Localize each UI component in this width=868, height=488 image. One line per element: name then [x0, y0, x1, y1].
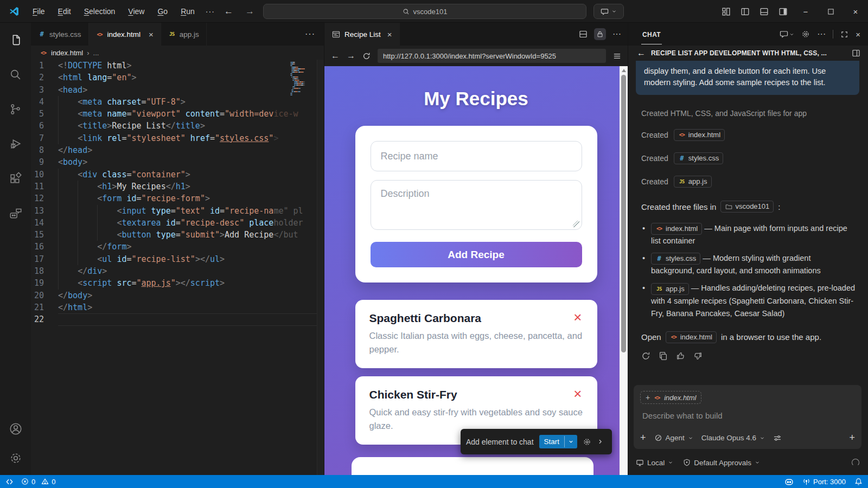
tools-sliders-icon[interactable] [773, 434, 782, 442]
code-editor[interactable]: 1<!DOCTYPE html>2<html lang="en">3<head>… [31, 60, 324, 326]
lock-icon[interactable] [594, 28, 606, 40]
model-picker[interactable]: Claude Opus 4.6 [701, 434, 765, 442]
url-input[interactable] [378, 49, 606, 63]
breadcrumb-more[interactable]: ... [93, 49, 99, 57]
browser-scrollbar[interactable] [620, 66, 628, 475]
split-editor-icon[interactable] [579, 30, 588, 38]
hamburger-menu-icon[interactable] [613, 52, 621, 60]
editor-tabs-more[interactable]: ··· [296, 29, 324, 39]
file-chip-index.html[interactable]: index.html [674, 129, 725, 141]
recipe-name-input[interactable] [371, 141, 582, 171]
maximize-button[interactable] [818, 0, 843, 23]
chat-input-placeholder[interactable]: Describe what to build [642, 411, 855, 420]
send-plus-icon[interactable]: + [849, 432, 855, 444]
chat-tab[interactable]: CHAT [641, 24, 662, 44]
extensions-icon[interactable] [3, 166, 28, 191]
toggle-secondary-sidebar-icon[interactable] [778, 7, 788, 16]
file-chip-app.js[interactable]: app.js [674, 176, 712, 188]
settings-gear-icon[interactable] [3, 446, 28, 471]
attach-plus-icon[interactable]: + [640, 432, 646, 444]
file-chip-styles.css[interactable]: styles.css [651, 253, 700, 265]
editor-tab-styles.css[interactable]: styles.css [31, 23, 89, 46]
mode-picker[interactable]: Agent [654, 434, 693, 442]
notifications-bell-icon[interactable] [854, 478, 863, 486]
copilot-status-icon[interactable] [784, 477, 794, 486]
minimap[interactable] [290, 62, 315, 98]
close-panel-icon[interactable]: × [856, 30, 860, 39]
new-chat-icon[interactable] [780, 30, 794, 38]
thumbs-up-icon[interactable] [676, 351, 685, 361]
menu-run[interactable]: Run [175, 5, 200, 18]
add-recipe-button[interactable]: Add Recipe [371, 242, 582, 267]
open-chat-editor-icon[interactable] [852, 49, 860, 57]
run-debug-icon[interactable] [3, 131, 28, 156]
menu-edit[interactable]: Edit [53, 5, 76, 18]
retry-icon[interactable] [641, 351, 650, 361]
start-dropdown-icon[interactable] [564, 436, 577, 447]
code-line-3: 3<head> [31, 84, 324, 96]
command-center-search[interactable]: vscode101 [263, 4, 586, 19]
environment-picker[interactable]: Local [636, 459, 673, 467]
browser-tab[interactable]: Recipe List × [324, 23, 400, 46]
file-chip-app.js[interactable]: app.js [651, 283, 689, 295]
thread-back-arrow[interactable]: ← [637, 48, 646, 58]
maximize-panel-icon[interactable] [840, 30, 848, 38]
port-indicator[interactable]: Port: 3000 [802, 478, 846, 486]
delete-recipe-button[interactable]: × [570, 386, 585, 401]
breadcrumb[interactable]: index.html › ... [31, 46, 324, 60]
browser-more-actions[interactable]: ··· [612, 29, 621, 39]
code-line-17: 17 <ul id="recipe-list"></ul> [31, 253, 324, 265]
menu-file[interactable]: File [27, 5, 50, 18]
chat-settings-gear-icon[interactable] [801, 30, 810, 38]
source-control-icon[interactable] [3, 97, 28, 121]
menu-selection[interactable]: Selection [79, 5, 121, 18]
menu-bar: FileEditSelectionViewGoRun [27, 5, 200, 18]
editor-scrollbar[interactable] [317, 60, 324, 475]
overlay-chevron-right-icon[interactable] [597, 438, 604, 445]
menu-overflow-button[interactable]: ··· [200, 5, 220, 18]
folder-chip[interactable]: vscode101 [720, 201, 774, 213]
chat-agents-icon[interactable] [3, 201, 28, 226]
close-tab-icon[interactable]: × [149, 30, 154, 39]
approvals-picker[interactable]: Default Approvals [683, 459, 760, 467]
problems-indicator[interactable]: 0 0 [21, 478, 55, 486]
file-chip-styles.css[interactable]: styles.css [674, 152, 723, 164]
copilot-menu-button[interactable] [593, 4, 624, 19]
menu-view[interactable]: View [123, 5, 150, 18]
copy-icon[interactable] [659, 351, 668, 361]
close-browser-tab-icon[interactable]: × [387, 30, 392, 39]
chat-messages[interactable]: display them, and a delete button for ea… [628, 61, 868, 382]
back-arrow-icon[interactable]: ← [224, 6, 233, 17]
overlay-settings-gear-icon[interactable] [583, 438, 591, 446]
close-window-button[interactable]: × [843, 0, 868, 23]
account-icon[interactable] [3, 416, 28, 441]
browser-tab-label[interactable]: Recipe List [344, 30, 381, 38]
file-chip-index.html[interactable]: index.html [651, 223, 702, 235]
start-button[interactable]: Start [539, 435, 578, 448]
editor-tab-index.html[interactable]: index.html× [89, 23, 161, 46]
chat-input-box[interactable]: + index.html Describe what to build + Ag… [634, 385, 861, 449]
thumbs-down-icon[interactable] [693, 351, 703, 361]
breadcrumb-file[interactable]: index.html [51, 49, 83, 57]
search-view-icon[interactable] [3, 62, 28, 87]
browser-back-icon[interactable]: ← [331, 51, 340, 61]
chat-more-actions[interactable]: ··· [817, 29, 826, 39]
customize-layout-icon[interactable] [722, 7, 731, 16]
toggle-panel-icon[interactable] [760, 7, 769, 16]
toggle-sidebar-icon[interactable] [741, 7, 750, 16]
forward-arrow-icon[interactable]: → [245, 6, 254, 17]
code-line-16: 16 </form> [31, 241, 324, 253]
browser-forward-icon[interactable]: → [347, 51, 355, 61]
minimize-button[interactable]: − [793, 0, 818, 23]
delete-recipe-button[interactable]: × [570, 310, 585, 325]
context-chip[interactable]: + index.html [640, 391, 701, 404]
file-chip-index.html[interactable]: index.html [666, 331, 717, 343]
remote-indicator[interactable] [5, 478, 14, 486]
scrollbar-thumb[interactable] [621, 75, 626, 352]
scroll-up-arrow-icon[interactable] [622, 69, 626, 72]
editor-tab-app.js[interactable]: app.js [161, 23, 207, 46]
recipe-description-textarea[interactable] [371, 180, 582, 230]
explorer-icon[interactable] [3, 27, 28, 52]
reload-icon[interactable] [362, 52, 371, 60]
menu-go[interactable]: Go [152, 5, 173, 18]
